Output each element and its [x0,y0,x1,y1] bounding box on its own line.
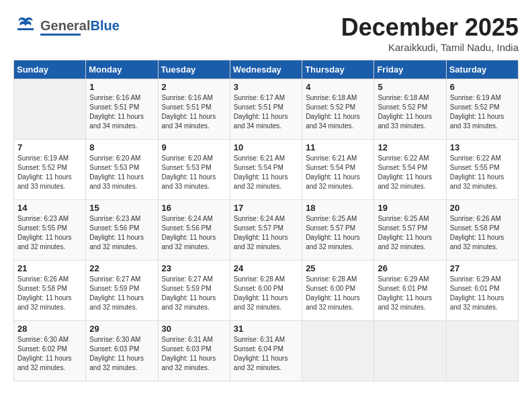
sunrise-info: Sunrise: 6:25 AM [378,214,442,224]
daylight-info: Daylight: 11 hours and 32 minutes. [450,293,515,312]
sunset-info: Sunset: 5:56 PM [162,224,226,233]
sunrise-info: Sunrise: 6:20 AM [162,154,226,163]
daylight-info: Daylight: 11 hours and 32 minutes. [17,293,82,312]
sunrise-info: Sunrise: 6:28 AM [306,275,370,284]
day-cell: 16Sunrise: 6:24 AMSunset: 5:56 PMDayligh… [158,200,230,261]
sunrise-info: Sunrise: 6:22 AM [378,154,442,163]
svg-rect-0 [17,28,34,30]
day-number: 25 [306,263,370,273]
header-sunday: Sunday [14,60,86,79]
daylight-info: Daylight: 11 hours and 32 minutes. [234,354,298,373]
day-number: 3 [234,82,298,92]
month-title: December 2025 [341,13,519,42]
day-cell: 23Sunrise: 6:27 AMSunset: 5:59 PMDayligh… [158,261,230,321]
daylight-info: Daylight: 11 hours and 33 minutes. [162,173,226,191]
logo-text-block: GeneralBlue [40,19,120,36]
day-info: Sunrise: 6:18 AMSunset: 5:52 PMDaylight:… [306,93,370,131]
header-wednesday: Wednesday [230,60,302,79]
day-cell: 15Sunrise: 6:23 AMSunset: 5:56 PMDayligh… [86,200,158,261]
day-cell: 27Sunrise: 6:29 AMSunset: 6:01 PMDayligh… [446,261,518,321]
sunset-info: Sunset: 6:01 PM [378,284,442,293]
day-info: Sunrise: 6:27 AMSunset: 5:59 PMDaylight:… [89,275,154,312]
day-info: Sunrise: 6:31 AMSunset: 6:04 PMDaylight:… [234,335,298,373]
sunset-info: Sunset: 6:03 PM [89,345,154,354]
day-cell: 11Sunrise: 6:21 AMSunset: 5:54 PMDayligh… [302,140,374,200]
day-info: Sunrise: 6:22 AMSunset: 5:54 PMDaylight:… [378,154,442,191]
day-cell: 5Sunrise: 6:18 AMSunset: 5:52 PMDaylight… [374,79,446,140]
day-info: Sunrise: 6:25 AMSunset: 5:57 PMDaylight:… [306,214,370,252]
week-row-2: 7Sunrise: 6:19 AMSunset: 5:52 PMDaylight… [14,140,519,200]
daylight-info: Daylight: 11 hours and 32 minutes. [378,293,442,312]
week-row-4: 21Sunrise: 6:26 AMSunset: 5:58 PMDayligh… [14,261,519,321]
day-info: Sunrise: 6:29 AMSunset: 6:01 PMDaylight:… [450,275,515,312]
sunrise-info: Sunrise: 6:26 AM [450,214,515,224]
day-number: 2 [162,82,226,92]
day-info: Sunrise: 6:17 AMSunset: 5:51 PMDaylight:… [234,93,298,131]
daylight-info: Daylight: 11 hours and 32 minutes. [89,354,154,373]
daylight-info: Daylight: 11 hours and 34 minutes. [234,112,298,131]
day-info: Sunrise: 6:26 AMSunset: 5:58 PMDaylight:… [17,275,82,312]
week-row-1: 1Sunrise: 6:16 AMSunset: 5:51 PMDaylight… [14,79,519,140]
daylight-info: Daylight: 11 hours and 32 minutes. [306,233,370,252]
sunrise-info: Sunrise: 6:23 AM [17,214,82,224]
sunset-info: Sunset: 6:04 PM [234,345,298,354]
day-info: Sunrise: 6:24 AMSunset: 5:56 PMDaylight:… [162,214,226,252]
daylight-info: Daylight: 11 hours and 34 minutes. [162,112,226,131]
sunrise-info: Sunrise: 6:16 AM [162,93,226,103]
header-tuesday: Tuesday [158,60,230,79]
day-cell: 29Sunrise: 6:30 AMSunset: 6:03 PMDayligh… [86,321,158,381]
daylight-info: Daylight: 11 hours and 32 minutes. [89,233,154,252]
sunset-info: Sunset: 5:51 PM [162,103,226,112]
daylight-info: Daylight: 11 hours and 32 minutes. [162,233,226,252]
sunset-info: Sunset: 5:54 PM [306,163,370,173]
daylight-info: Daylight: 11 hours and 32 minutes. [234,233,298,252]
day-info: Sunrise: 6:20 AMSunset: 5:53 PMDaylight:… [162,154,226,191]
day-number: 13 [450,142,515,152]
day-number: 12 [378,142,442,152]
sunset-info: Sunset: 5:54 PM [378,163,442,173]
day-cell: 17Sunrise: 6:24 AMSunset: 5:57 PMDayligh… [230,200,302,261]
sunset-info: Sunset: 5:53 PM [89,163,154,173]
day-cell: 26Sunrise: 6:29 AMSunset: 6:01 PMDayligh… [374,261,446,321]
sunset-info: Sunset: 5:51 PM [89,103,154,112]
day-info: Sunrise: 6:19 AMSunset: 5:52 PMDaylight:… [17,154,82,191]
day-info: Sunrise: 6:30 AMSunset: 6:03 PMDaylight:… [89,335,154,373]
day-number: 26 [378,263,442,273]
day-cell: 8Sunrise: 6:20 AMSunset: 5:53 PMDaylight… [86,140,158,200]
daylight-info: Daylight: 11 hours and 32 minutes. [306,173,370,191]
sunset-info: Sunset: 5:52 PM [450,103,515,112]
sunrise-info: Sunrise: 6:21 AM [306,154,370,163]
day-number: 27 [450,263,515,273]
page-header: GeneralBlue December 2025 Karaikkudi, Ta… [13,13,519,53]
day-cell: 14Sunrise: 6:23 AMSunset: 5:55 PMDayligh… [14,200,86,261]
sunset-info: Sunset: 5:59 PM [89,284,154,293]
day-info: Sunrise: 6:16 AMSunset: 5:51 PMDaylight:… [89,93,154,131]
day-cell: 30Sunrise: 6:31 AMSunset: 6:03 PMDayligh… [158,321,230,381]
day-number: 28 [17,324,82,334]
day-info: Sunrise: 6:31 AMSunset: 6:03 PMDaylight:… [162,335,226,373]
header-friday: Friday [374,60,446,79]
daylight-info: Daylight: 11 hours and 32 minutes. [17,233,82,252]
daylight-info: Daylight: 11 hours and 32 minutes. [234,173,298,191]
daylight-info: Daylight: 11 hours and 32 minutes. [378,233,442,252]
sunset-info: Sunset: 6:01 PM [450,284,515,293]
day-cell [374,321,446,381]
sunset-info: Sunset: 5:58 PM [17,284,82,293]
day-number: 17 [234,203,298,213]
day-info: Sunrise: 6:22 AMSunset: 5:55 PMDaylight:… [450,154,515,191]
logo-general: General [40,18,90,33]
day-cell [446,321,518,381]
daylight-info: Daylight: 11 hours and 32 minutes. [450,233,515,252]
location: Karaikkudi, Tamil Nadu, India [341,42,519,53]
sunset-info: Sunset: 5:55 PM [17,224,82,233]
day-cell: 2Sunrise: 6:16 AMSunset: 5:51 PMDaylight… [158,79,230,140]
sunset-info: Sunset: 6:00 PM [234,284,298,293]
day-number: 23 [162,263,226,273]
daylight-info: Daylight: 11 hours and 32 minutes. [17,354,82,373]
day-info: Sunrise: 6:20 AMSunset: 5:53 PMDaylight:… [89,154,154,191]
sunset-info: Sunset: 5:59 PM [162,284,226,293]
day-number: 31 [234,324,298,334]
day-number: 18 [306,203,370,213]
day-number: 21 [17,263,82,273]
day-info: Sunrise: 6:29 AMSunset: 6:01 PMDaylight:… [378,275,442,312]
